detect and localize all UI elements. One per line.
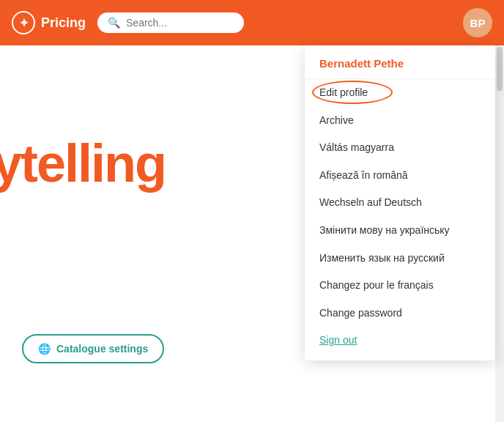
scrollbar-thumb[interactable]	[497, 47, 503, 91]
logo[interactable]: ✦ Pricing	[12, 11, 86, 34]
menu-item-change-password[interactable]: Change password	[305, 300, 495, 327]
dropdown-menu: Bernadett Pethe Edit profile Archive Vál…	[305, 45, 495, 360]
avatar[interactable]: BP	[463, 8, 492, 37]
menu-item-switch-ukrainian[interactable]: Змінити мову на українську	[305, 217, 495, 245]
logo-icon: ✦	[12, 11, 35, 34]
logo-label: Pricing	[41, 15, 86, 31]
search-icon: 🔍	[108, 17, 120, 29]
menu-item-archive[interactable]: Archive	[305, 107, 495, 135]
search-input[interactable]	[126, 17, 234, 29]
menu-item-switch-french[interactable]: Changez pour le français	[305, 272, 495, 300]
menu-item-sign-out[interactable]: Sign out	[305, 327, 495, 355]
menu-item-switch-german[interactable]: Wechseln auf Deutsch	[305, 189, 495, 217]
globe-icon: 🌐	[38, 343, 51, 355]
scrollbar-track[interactable]	[495, 45, 504, 422]
catalogue-settings-label: Catalogue settings	[56, 343, 148, 355]
catalogue-settings-button[interactable]: 🌐 Catalogue settings	[22, 334, 164, 363]
dropdown-username: Bernadett Pethe	[305, 45, 495, 79]
menu-item-edit-profile[interactable]: Edit profile	[305, 79, 495, 107]
main-content: ytelling 🌐 Catalogue settings Bernadett …	[0, 45, 504, 422]
hero-text: ytelling	[0, 133, 166, 193]
menu-item-switch-russian[interactable]: Изменить язык на русский	[305, 245, 495, 273]
search-bar[interactable]: 🔍	[97, 12, 244, 33]
menu-item-switch-romanian[interactable]: Afișează în română	[305, 162, 495, 190]
header: ✦ Pricing 🔍 BP	[0, 0, 504, 45]
menu-item-switch-hungarian[interactable]: Váltás magyarra	[305, 134, 495, 162]
